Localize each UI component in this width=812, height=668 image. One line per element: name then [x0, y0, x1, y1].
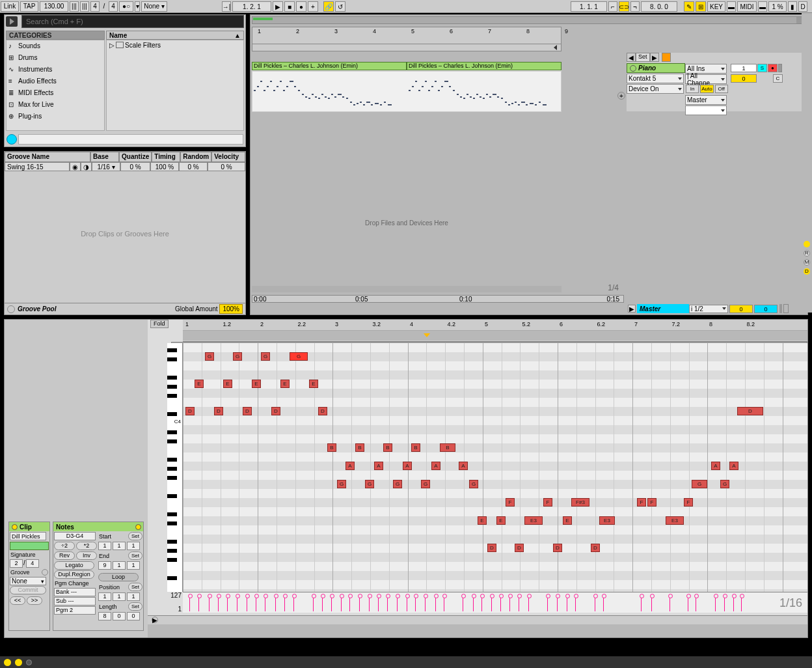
- midi-note[interactable]: E: [496, 516, 506, 525]
- arrangement-time-ruler[interactable]: 0:00 0:05 0:10 0:15: [252, 295, 624, 303]
- velocity-marker[interactable]: [198, 596, 199, 611]
- master-header[interactable]: Master: [637, 304, 689, 313]
- midi-note[interactable]: E: [309, 380, 318, 388]
- playhead-marker[interactable]: [424, 333, 430, 337]
- midi-note[interactable]: D: [591, 544, 600, 552]
- midi-note[interactable]: E: [195, 380, 204, 388]
- velocity-marker[interactable]: [715, 596, 716, 611]
- midi-note[interactable]: A: [403, 462, 412, 470]
- link-button[interactable]: Link: [1, 1, 19, 12]
- pgm-select[interactable]: Pgm 2: [54, 606, 96, 615]
- velocity-marker[interactable]: [341, 596, 342, 611]
- start-16th[interactable]: 1: [127, 542, 140, 550]
- monitor-off-button[interactable]: Off: [715, 85, 728, 93]
- envelope-toggle-icon[interactable]: ▶: [152, 617, 158, 623]
- velocity-marker[interactable]: [557, 596, 558, 611]
- stop-button[interactable]: ■: [284, 1, 295, 12]
- velocity-marker[interactable]: [237, 596, 237, 611]
- clip-color-select[interactable]: [10, 542, 49, 550]
- punch-in-button[interactable]: ⌐: [608, 1, 617, 12]
- velocity-marker[interactable]: [284, 596, 285, 611]
- velocity-marker[interactable]: [378, 596, 379, 611]
- midi-note[interactable]: G: [233, 352, 242, 361]
- velocity-marker[interactable]: [397, 596, 398, 611]
- master-send-box[interactable]: 0: [729, 305, 753, 313]
- return-view-button[interactable]: R: [804, 250, 810, 257]
- len-beat[interactable]: 0: [113, 612, 126, 620]
- velocity-marker[interactable]: [528, 596, 529, 611]
- send-box[interactable]: 0: [731, 74, 757, 83]
- sig-den-field[interactable]: 4: [109, 1, 118, 12]
- velocity-marker[interactable]: [265, 596, 265, 611]
- search-input[interactable]: [22, 16, 243, 27]
- midi-note[interactable]: G: [290, 352, 308, 361]
- expand-icon[interactable]: ▷: [109, 42, 115, 49]
- fwd-arrow-icon[interactable]: ▶: [650, 53, 659, 62]
- keymap-indicator[interactable]: ⊞: [696, 1, 706, 12]
- midi-note[interactable]: F#3: [571, 498, 589, 507]
- groove-hot-swap-icon[interactable]: [42, 569, 48, 576]
- play-button[interactable]: ▶: [273, 1, 283, 12]
- midi-clip[interactable]: Dill Pickles – Charles L. Johnson (Emin): [252, 62, 407, 70]
- velocity-marker[interactable]: [322, 596, 323, 611]
- velocity-marker[interactable]: [275, 596, 276, 611]
- velocity-marker[interactable]: [519, 596, 519, 611]
- invert-button[interactable]: Inv: [76, 551, 97, 560]
- end-16th[interactable]: 1: [127, 561, 140, 570]
- velocity-marker[interactable]: [509, 596, 510, 611]
- device-state-select[interactable]: Device On: [627, 84, 684, 94]
- preview-button[interactable]: [7, 134, 17, 145]
- len-16th[interactable]: 0: [127, 612, 140, 620]
- groove-audition-icon[interactable]: ◑: [81, 162, 92, 171]
- velocity-marker[interactable]: [696, 596, 696, 611]
- velocity-marker[interactable]: [415, 596, 416, 611]
- len-bar[interactable]: 8: [98, 612, 111, 620]
- velocity-cell[interactable]: 0 %: [208, 162, 245, 171]
- base-select[interactable]: 1/16 ▾: [92, 162, 120, 171]
- groove-row[interactable]: Swing 16-15 ◉ ◑ 1/16 ▾ 0 % 100 % 0 % 0 %: [5, 162, 245, 173]
- notes-toggle-icon[interactable]: [135, 524, 141, 530]
- output-channel-select[interactable]: [685, 105, 727, 115]
- arrange-h-scroll[interactable]: [252, 286, 562, 292]
- velocity-marker[interactable]: [435, 596, 436, 611]
- velocity-marker[interactable]: [688, 596, 688, 611]
- io-view-button[interactable]: [804, 241, 810, 247]
- master-vol-box[interactable]: 0: [754, 305, 778, 313]
- piano-keyboard[interactable]: C4: [167, 343, 183, 592]
- reverse-button[interactable]: Rev: [54, 551, 75, 560]
- midi-note[interactable]: D: [487, 544, 496, 552]
- metronome-button[interactable]: ●○: [119, 1, 133, 12]
- velocity-marker[interactable]: [491, 596, 492, 611]
- midi-note[interactable]: A: [374, 462, 383, 470]
- loop-end-marker[interactable]: [554, 45, 557, 50]
- half-button[interactable]: ÷2: [54, 542, 75, 550]
- loop-brace[interactable]: [252, 44, 562, 51]
- midi-note[interactable]: G: [421, 480, 430, 488]
- mixer-view-button[interactable]: M: [804, 259, 810, 266]
- global-amount-value[interactable]: 100%: [219, 304, 243, 314]
- velocity-marker[interactable]: [670, 596, 670, 611]
- quantize-menu[interactable]: None ▾: [141, 1, 167, 12]
- groove-pool-play-icon[interactable]: [7, 305, 15, 313]
- velocity-marker[interactable]: [387, 596, 388, 611]
- search-bar[interactable]: [21, 15, 244, 28]
- track-lane[interactable]: Dill Pickles – Charles L. Johnson (Emin)…: [252, 62, 562, 112]
- c-button[interactable]: C: [773, 74, 783, 83]
- pencil-button[interactable]: ✎: [684, 1, 694, 12]
- category-item[interactable]: ⊞Drums: [7, 52, 104, 64]
- tempo-nudge-up[interactable]: |||: [80, 1, 89, 12]
- midi-note[interactable]: A: [729, 462, 738, 470]
- random-cell[interactable]: 0 %: [179, 162, 208, 171]
- automation-arm-button[interactable]: 🔗: [323, 1, 334, 12]
- clip-name-field[interactable]: [10, 532, 46, 540]
- midi-note[interactable]: D: [214, 407, 223, 415]
- pos-16th[interactable]: 1: [127, 592, 140, 601]
- velocity-marker[interactable]: [741, 596, 742, 611]
- loop-brace-row[interactable]: [183, 330, 807, 341]
- nudge-fwd-button[interactable]: >>: [27, 596, 42, 605]
- midi-button[interactable]: MIDI: [737, 1, 757, 12]
- midi-note[interactable]: A: [345, 462, 355, 470]
- velocity-marker[interactable]: [473, 596, 474, 611]
- midi-note[interactable]: B: [327, 443, 336, 452]
- dupl-region-button[interactable]: Dupl.Region: [54, 570, 94, 579]
